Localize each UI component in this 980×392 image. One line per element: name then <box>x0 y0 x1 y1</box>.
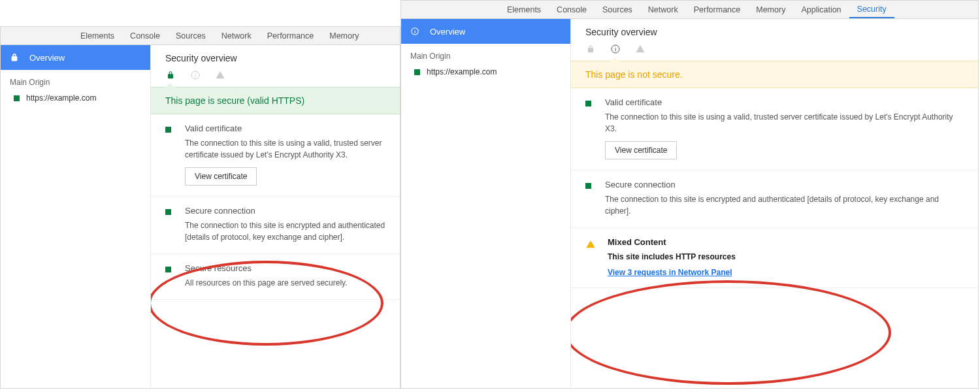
secure-square-icon <box>414 69 420 75</box>
lock-icon <box>585 44 596 54</box>
svg-point-5 <box>415 29 416 30</box>
tab-elements[interactable]: Elements <box>73 27 122 44</box>
sidebar-main-origin-heading: Main Origin <box>1 70 150 90</box>
svg-point-8 <box>615 46 615 47</box>
view-certificate-button[interactable]: View certificate <box>605 141 677 159</box>
certificate-desc: The connection to this site is using a v… <box>185 137 387 161</box>
certificate-desc: The connection to this site is using a v… <box>605 111 965 135</box>
devtools-panel-secure: Elements Console Sources Network Perform… <box>0 26 400 389</box>
connection-title: Secure connection <box>185 206 387 216</box>
tab-memory[interactable]: Memory <box>748 1 793 18</box>
tab-elements[interactable]: Elements <box>499 1 549 18</box>
info-icon <box>190 70 201 80</box>
warning-icon <box>585 239 596 250</box>
tab-performance[interactable]: Performance <box>686 1 749 18</box>
certificate-title: Valid certificate <box>605 97 965 107</box>
security-sidebar: Overview Main Origin https://example.com <box>401 19 571 388</box>
secure-square-icon <box>585 101 591 106</box>
tab-performance[interactable]: Performance <box>259 27 322 44</box>
connection-block: Secure connection The connection to this… <box>571 171 978 228</box>
warning-icon <box>635 44 645 54</box>
tab-strip: Elements Console Sources Network Perform… <box>401 1 978 19</box>
certificate-title: Valid certificate <box>185 123 387 133</box>
sidebar-overview-label: Overview <box>430 27 465 37</box>
sidebar-origin-url: https://example.com <box>26 93 96 103</box>
resources-desc: All resources on this page are served se… <box>185 277 387 289</box>
svg-point-2 <box>195 73 195 73</box>
connection-desc: The connection to this site is encrypted… <box>605 193 965 217</box>
security-sidebar: Overview Main Origin https://example.com <box>1 45 151 388</box>
warning-icon <box>215 70 225 80</box>
connection-block: Secure connection The connection to this… <box>151 197 400 254</box>
sidebar-overview-row[interactable]: Overview <box>401 19 570 44</box>
mixed-content-block: Mixed Content This site includes HTTP re… <box>571 228 978 288</box>
sidebar-overview-label: Overview <box>29 53 65 63</box>
security-overview-title: Security overview <box>151 45 400 70</box>
tab-strip: Elements Console Sources Network Perform… <box>1 27 400 45</box>
status-icon-row <box>571 44 978 61</box>
security-overview-title: Security overview <box>571 19 978 44</box>
sidebar-overview-row[interactable]: Overview <box>1 45 150 70</box>
secure-square-icon <box>14 95 20 101</box>
banner-text: This page is not secure. <box>585 69 683 80</box>
view-certificate-button[interactable]: View certificate <box>185 167 257 186</box>
lock-icon <box>10 53 19 62</box>
tab-network[interactable]: Network <box>214 27 259 44</box>
sidebar-origin-row[interactable]: https://example.com <box>401 63 570 80</box>
certificate-block: Valid certificate The connection to this… <box>151 114 400 197</box>
tab-sources[interactable]: Sources <box>168 27 214 44</box>
tab-console[interactable]: Console <box>549 1 595 18</box>
annotation-ellipse <box>571 280 891 385</box>
sidebar-main-origin-heading: Main Origin <box>401 44 570 63</box>
tab-console[interactable]: Console <box>122 27 168 44</box>
secure-square-icon <box>165 127 171 133</box>
tab-sources[interactable]: Sources <box>595 1 640 18</box>
devtools-panel-insecure: Elements Console Sources Network Perform… <box>400 0 979 389</box>
info-icon <box>410 27 419 36</box>
secure-square-icon <box>585 183 591 189</box>
security-content: Security overview This page is secure (v… <box>151 45 400 388</box>
tab-security[interactable]: Security <box>849 1 894 18</box>
view-requests-link[interactable]: View 3 requests in Network Panel <box>608 268 732 277</box>
security-content: Security overview This page is not secur… <box>571 19 978 388</box>
banner-text: This page is secure (valid HTTPS) <box>165 95 304 106</box>
resources-title: Secure resources <box>185 263 387 273</box>
connection-desc: The connection to this site is encrypted… <box>185 220 387 243</box>
secure-square-icon <box>165 267 171 272</box>
status-icon-row <box>151 70 400 87</box>
mixed-content-desc: This site includes HTTP resources <box>608 251 965 263</box>
security-banner-secure: This page is secure (valid HTTPS) <box>151 87 400 114</box>
tab-network[interactable]: Network <box>640 1 686 18</box>
security-banner-insecure: This page is not secure. <box>571 61 978 88</box>
resources-block: Secure resources All resources on this p… <box>151 254 400 300</box>
tab-memory[interactable]: Memory <box>321 27 367 44</box>
sidebar-origin-row[interactable]: https://example.com <box>1 90 150 106</box>
secure-square-icon <box>165 209 171 215</box>
certificate-block: Valid certificate The connection to this… <box>571 88 978 171</box>
connection-title: Secure connection <box>605 180 965 189</box>
lock-icon <box>165 70 176 80</box>
info-icon <box>610 44 621 54</box>
mixed-content-title: Mixed Content <box>608 237 965 247</box>
tab-application[interactable]: Application <box>793 1 849 18</box>
sidebar-origin-url: https://example.com <box>427 67 497 76</box>
